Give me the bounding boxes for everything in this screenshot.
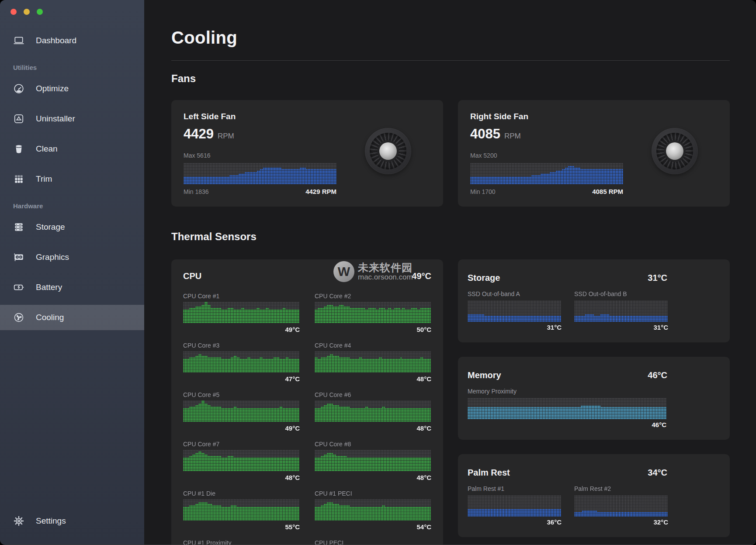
card-temp: 31°C: [648, 273, 667, 283]
sensor-label: CPU Core #4: [315, 341, 431, 349]
sidebar: DashboardUtilitiesOptimizeUninstallerCle…: [0, 0, 144, 545]
fan-rpm-unit: RPM: [218, 132, 234, 141]
card-temp: 46°C: [648, 370, 667, 380]
cpu-card-title: CPU: [183, 271, 201, 281]
sensor-label: Memory Proximity: [468, 387, 666, 395]
zoom-window-button[interactable]: [37, 9, 43, 15]
gear-icon: [13, 515, 24, 527]
fan-rpm-value: 4085: [470, 126, 500, 142]
sidebar-nav: DashboardUtilitiesOptimizeUninstallerCle…: [0, 27, 144, 507]
sidebar-item-settings[interactable]: Settings: [0, 508, 144, 534]
sensor-label: CPU Core #1: [183, 292, 300, 300]
minimize-window-button[interactable]: [24, 9, 30, 15]
sidebar-item-trim[interactable]: Trim: [0, 166, 144, 192]
page-title: Cooling: [171, 27, 730, 48]
server-icon: [13, 221, 24, 233]
sensor-history-chart: [574, 495, 668, 517]
sensor-history-chart: [315, 302, 431, 323]
sensor-temp: 31°C: [468, 324, 562, 331]
thermal-section-title: Thermal Sensors: [171, 230, 730, 243]
fan-card-left: Left Side Fan4429RPMMax 5616Min 18364429…: [171, 100, 443, 207]
thermal-right-column: Storage31°CSSD Out-of-band A31°CSSD Out-…: [458, 259, 730, 537]
sensor-cpu-core-3: CPU Core #347°C: [183, 341, 300, 383]
cpu-thermal-card: CPU49°CCPU Core #149°CCPU Core #250°CCPU…: [171, 259, 443, 545]
sensor-cpu-core-2: CPU Core #250°C: [315, 292, 431, 334]
sensor-history-chart: [468, 300, 561, 322]
sensor-temp: 31°C: [574, 324, 668, 331]
sensor-label: CPU #1 PECI: [315, 490, 431, 497]
sensor-label: CPU #1 Proximity: [183, 539, 300, 545]
grid-icon: [13, 173, 24, 185]
sidebar-item-label: Cooling: [36, 313, 64, 322]
fan-card-right: Right Side Fan4085RPMMax 5200Min 1700408…: [458, 100, 730, 207]
sensor-palm-2: Palm Rest #232°C: [574, 485, 668, 526]
sidebar-item-graphics[interactable]: Graphics: [0, 245, 144, 270]
sensor-cpu-core-4: CPU Core #448°C: [315, 341, 431, 383]
fan-current-rpm: 4429 RPM: [305, 188, 336, 195]
sensor-history-chart: [315, 351, 431, 373]
sensor-history-chart: [315, 400, 431, 422]
sidebar-item-label: Optimize: [36, 84, 69, 93]
palm-rest-thermal-card: Palm Rest34°CPalm Rest #136°CPalm Rest #…: [458, 454, 730, 537]
sensor-ssd-a: SSD Out-of-band A31°C: [468, 290, 562, 331]
fan-rpm-unit: RPM: [504, 132, 521, 141]
sensor-label: Palm Rest #2: [574, 485, 668, 493]
fan-hub: [666, 142, 683, 160]
fan-current-rpm: 4085 RPM: [592, 188, 623, 195]
card-title: Palm Rest: [468, 467, 510, 478]
sidebar-item-dashboard[interactable]: Dashboard: [0, 28, 144, 53]
sensor-temp: 50°C: [315, 326, 431, 334]
sidebar-item-battery[interactable]: Battery: [0, 275, 144, 300]
sensor-label: CPU Core #8: [315, 440, 431, 448]
laptop-icon: [13, 35, 24, 46]
sensor-history-chart: [315, 499, 431, 521]
card-title: Storage: [468, 272, 500, 283]
sensor-temp: 48°C: [183, 474, 300, 482]
sensor-history-chart: [315, 450, 431, 471]
fan-hub: [379, 142, 397, 160]
sensor-ssd-b: SSD Out-of-band B31°C: [574, 290, 668, 331]
sensor-label: CPU Core #6: [315, 391, 431, 399]
sensor-label: CPU PECI: [315, 539, 431, 545]
sidebar-item-storage[interactable]: Storage: [0, 214, 144, 240]
sensor-temp: 36°C: [468, 518, 562, 526]
sensor-cpu-die: CPU #1 Die55°C: [183, 490, 300, 531]
storage-thermal-card: Storage31°CSSD Out-of-band A31°CSSD Out-…: [458, 259, 730, 342]
cpu-card-temp: 49°C: [412, 271, 431, 281]
sensor-cpu-core-8: CPU Core #848°C: [315, 440, 431, 482]
battery-icon: [13, 282, 24, 293]
memory-thermal-card: Memory46°CMemory Proximity46°C: [458, 357, 730, 440]
sensor-history-chart: [183, 351, 299, 373]
fan-min-label: Min 1700: [470, 188, 496, 195]
sidebar-item-label: Settings: [36, 516, 66, 526]
sensor-cpu-core-5: CPU Core #549°C: [183, 391, 300, 432]
fan-rpm-history-chart: [184, 163, 336, 184]
sidebar-item-label: Uninstaller: [36, 114, 75, 124]
sensor-cpu-peci-1: CPU #1 PECI54°C: [315, 490, 431, 531]
sensor-label: CPU Core #2: [315, 292, 431, 300]
sensor-cpu-core-7: CPU Core #748°C: [183, 440, 300, 482]
sensor-history-chart: [183, 450, 299, 471]
sidebar-item-clean[interactable]: Clean: [0, 136, 144, 162]
sensor-cpu-proximity: CPU #1 Proximity: [183, 539, 300, 545]
fan-graphic-icon: [365, 128, 411, 174]
app-window: DashboardUtilitiesOptimizeUninstallerCle…: [0, 0, 756, 545]
sidebar-item-label: Graphics: [36, 252, 69, 262]
sidebar-item-optimize[interactable]: Optimize: [0, 76, 144, 101]
sensor-memory-proximity: Memory Proximity46°C: [468, 387, 666, 429]
close-window-button[interactable]: [10, 9, 17, 15]
sidebar-item-uninstaller[interactable]: Uninstaller: [0, 106, 144, 131]
trash-icon: [13, 143, 24, 155]
gpu-icon: [13, 252, 24, 263]
sensor-temp: 47°C: [183, 375, 300, 383]
sidebar-section-utilities: Utilities: [13, 64, 144, 71]
gauge-icon: [13, 83, 24, 94]
sidebar-item-cooling[interactable]: Cooling: [0, 305, 144, 330]
sensor-label: Palm Rest #1: [468, 485, 562, 493]
sensor-label: CPU Core #7: [183, 440, 300, 448]
sensor-history-chart: [468, 398, 666, 419]
sidebar-item-label: Trim: [36, 174, 52, 184]
sensor-label: CPU Core #5: [183, 391, 300, 399]
sensor-temp: 55°C: [183, 523, 300, 531]
sensor-history-chart: [468, 495, 561, 517]
